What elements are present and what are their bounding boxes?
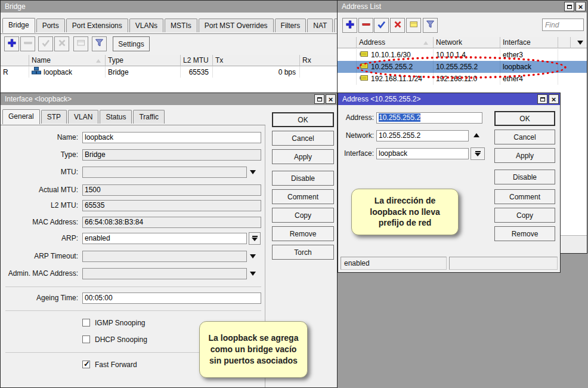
address-list-title: Address List: [342, 2, 381, 11]
disable-button[interactable]: [390, 18, 405, 33]
arp-field[interactable]: enabled: [82, 233, 247, 244]
copy-button[interactable]: Copy: [272, 208, 334, 223]
column-header-address[interactable]: Address: [357, 37, 434, 48]
arp-timeout-field[interactable]: [82, 251, 247, 262]
column-header-interface[interactable]: Interface: [500, 37, 558, 48]
apply-button[interactable]: Apply: [494, 148, 555, 163]
column-header-type[interactable]: Type: [106, 55, 181, 66]
copy-button[interactable]: Copy: [494, 208, 555, 223]
disable-button[interactable]: Disable: [494, 170, 555, 184]
maximize-button[interactable]: [537, 94, 547, 104]
find-input[interactable]: [542, 19, 584, 31]
cell-l2mtu: 65535: [181, 66, 213, 78]
disable-button-disabled[interactable]: [54, 36, 69, 51]
tab-nat[interactable]: NAT: [307, 19, 333, 32]
address-field[interactable]: 10.255.255.2: [376, 112, 482, 124]
ok-button[interactable]: OK: [494, 111, 555, 126]
network-field[interactable]: 10.255.255.2: [376, 130, 469, 141]
mtu-field[interactable]: [82, 167, 247, 178]
remove-button[interactable]: Remove: [272, 226, 334, 241]
dhcp-snooping-checkbox[interactable]: [82, 335, 90, 343]
column-select-button[interactable]: [571, 37, 587, 48]
close-button[interactable]: ×: [575, 2, 586, 11]
mtu-dropdown-icon[interactable]: [250, 170, 256, 174]
ageing-time-field[interactable]: 00:05:00: [82, 292, 261, 304]
arp-timeout-dropdown-icon[interactable]: [250, 254, 256, 258]
filter-button[interactable]: [92, 36, 107, 51]
close-button[interactable]: ×: [326, 94, 336, 104]
name-field[interactable]: loopback: [82, 132, 261, 143]
address-dialog: Address <10.255.255.2> × Address: 10.255…: [338, 93, 561, 273]
fast-forward-checkbox[interactable]: [82, 361, 90, 368]
tab-mstis[interactable]: MSTIs: [165, 19, 197, 32]
cell-state: [338, 73, 357, 85]
add-button[interactable]: [4, 36, 19, 51]
maximize-button[interactable]: [314, 94, 324, 104]
close-button[interactable]: ×: [549, 94, 559, 104]
interface-combo-button[interactable]: [471, 147, 485, 160]
column-header-rx[interactable]: Rx: [300, 55, 337, 66]
igmp-snooping-checkbox[interactable]: [82, 319, 90, 327]
admin-mac-field[interactable]: [82, 268, 247, 279]
tab-ports[interactable]: Ports: [36, 19, 65, 32]
enable-button[interactable]: [374, 18, 389, 33]
tab-status[interactable]: Status: [100, 110, 132, 124]
cancel-button[interactable]: Cancel: [272, 131, 334, 146]
igmp-snooping-label: IGMP Snooping: [95, 319, 146, 327]
tab-port-extensions[interactable]: Port Extensions: [66, 19, 128, 32]
apply-button[interactable]: Apply: [272, 149, 334, 164]
ok-button[interactable]: OK: [272, 112, 334, 127]
remove-button-disabled[interactable]: [20, 36, 35, 51]
tab-vlans[interactable]: VLANs: [129, 19, 163, 32]
column-header-name-label: Name: [32, 56, 51, 64]
column-header-state[interactable]: [1, 55, 29, 66]
tab-port-mst-overrides[interactable]: Port MST Overrides: [199, 19, 274, 32]
disable-button[interactable]: Disable: [272, 171, 334, 186]
column-header-state[interactable]: [338, 37, 357, 48]
dropdown-bar-icon: [252, 236, 258, 237]
x-icon: [57, 38, 67, 50]
enable-button-disabled[interactable]: [38, 36, 53, 51]
interface-field[interactable]: loopback: [376, 148, 469, 159]
add-button[interactable]: [342, 18, 357, 33]
column-header-tx[interactable]: Tx: [213, 55, 300, 66]
comment-button[interactable]: Comment: [272, 189, 334, 204]
remove-button[interactable]: [358, 18, 373, 33]
fast-forward-label: Fast Forward: [95, 361, 137, 369]
settings-button[interactable]: Settings: [113, 36, 150, 51]
tab-general[interactable]: General: [2, 109, 40, 124]
admin-mac-label: Admin. MAC Address:: [1, 268, 78, 279]
address-dialog-titlebar[interactable]: Address <10.255.255.2>: [338, 93, 560, 105]
network-collapse-icon[interactable]: [474, 133, 479, 137]
address-list-window-controls: ×: [564, 2, 586, 11]
address-label: Address:: [338, 112, 374, 124]
address-dialog-window-controls: ×: [537, 94, 559, 104]
admin-mac-dropdown-icon[interactable]: [250, 272, 256, 276]
comment-button[interactable]: Comment: [494, 189, 555, 204]
column-header-name[interactable]: Name: [29, 55, 106, 66]
tab-vlan[interactable]: VLAN: [68, 110, 98, 124]
bridge-titlebar[interactable]: Bridge: [1, 1, 337, 13]
tab-filters[interactable]: Filters: [275, 19, 307, 32]
comment-button-disabled[interactable]: [73, 36, 88, 51]
minus-icon: [361, 20, 371, 32]
column-header-spacer: [558, 37, 571, 48]
tab-stp[interactable]: STP: [41, 110, 67, 124]
funnel-icon: [95, 38, 104, 50]
cancel-button[interactable]: Cancel: [494, 130, 555, 144]
address-list-titlebar[interactable]: Address List: [338, 1, 587, 13]
tab-bridge[interactable]: Bridge: [2, 18, 35, 33]
maximize-button[interactable]: [564, 2, 574, 11]
close-icon: ×: [552, 96, 556, 103]
torch-button[interactable]: Torch: [272, 245, 334, 260]
arp-combo-button[interactable]: [249, 232, 261, 245]
column-header-network[interactable]: Network: [434, 37, 500, 48]
remove-button[interactable]: Remove: [494, 226, 555, 241]
comment-button[interactable]: [406, 18, 421, 33]
tab-traffic[interactable]: Traffic: [133, 110, 165, 124]
interface-titlebar[interactable]: Interface <loopback>: [1, 93, 337, 105]
column-header-l2mtu[interactable]: L2 MTU: [181, 55, 213, 66]
filter-button[interactable]: [423, 18, 438, 33]
maximize-icon: [317, 97, 322, 101]
mtu-label: MTU:: [1, 167, 78, 178]
